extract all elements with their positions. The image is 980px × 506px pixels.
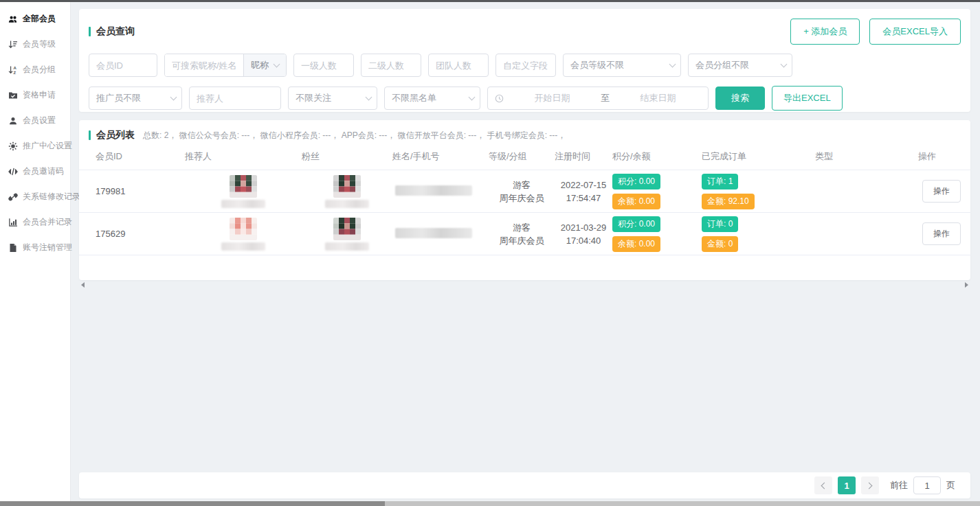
excel-import-button[interactable]: 会员EXCEL导入: [869, 19, 961, 45]
reg-time: 17:04:40: [555, 234, 612, 247]
orders-badge: 订单: 1: [702, 174, 738, 189]
sidebar-item-all-members[interactable]: 全部会员: [0, 6, 70, 32]
member-id-cell: 175629: [96, 229, 185, 239]
search-button[interactable]: 搜索: [715, 87, 765, 110]
page-unit-label: 页: [946, 479, 955, 492]
table-header-row: 会员ID 推荐人 粉丝 姓名/手机号 等级/分组 注册时间 积分/余额 已完成订…: [79, 143, 970, 170]
col-header-points-balance: 积分/余额: [612, 150, 702, 163]
col-header-fans: 粉丝: [302, 150, 392, 163]
level-value: 游客: [489, 221, 555, 234]
blacklist-filter-select[interactable]: 不限黑名单: [384, 87, 480, 110]
row-action-button[interactable]: 操作: [922, 180, 961, 203]
team-count-input[interactable]: [428, 54, 489, 77]
chevron-down-icon: [469, 93, 476, 100]
member-id-input[interactable]: [89, 54, 157, 77]
sidebar-item-relation-log[interactable]: 关系链修改记录: [0, 184, 70, 209]
col-header-actions: 操作: [918, 150, 970, 163]
keyword-type-select[interactable]: 昵称: [243, 54, 286, 76]
chevron-down-icon: [781, 60, 788, 67]
actions-cell: 操作: [918, 222, 970, 245]
sidebar-item-member-groups[interactable]: AZ 会员分组: [0, 57, 70, 82]
fan-name-redacted: [325, 242, 369, 251]
member-query-panel: 会员查询 + 添加会员 会员EXCEL导入 昵称: [79, 9, 970, 112]
svg-text:A: A: [13, 66, 16, 70]
page-number-button[interactable]: 1: [838, 476, 856, 494]
filter-row-2: 推广员不限 不限关注 不限黑名单 开始日期 至 结束日期: [89, 86, 961, 111]
sidebar-item-account-cancellation[interactable]: 账号注销管理: [0, 235, 70, 260]
actions-cell: 操作: [918, 180, 970, 203]
sidebar-item-qualification[interactable]: 资格申请: [0, 82, 70, 108]
level1-count-input[interactable]: [293, 54, 354, 77]
sidebar-item-merge-log[interactable]: 会员合并记录: [0, 209, 70, 235]
level-group-cell: 游客 周年庆会员: [489, 221, 555, 247]
sidebar-item-invite-code[interactable]: 会员邀请码: [0, 159, 70, 184]
keyword-search-group: 昵称: [164, 54, 287, 77]
sidebar: 全部会员 会员等级 AZ 会员分组 资格申请 会员设置: [0, 2, 71, 501]
sidebar-item-member-settings[interactable]: 会员设置: [0, 108, 70, 133]
sort-amount-icon: [8, 40, 18, 49]
gear-icon: [8, 141, 18, 151]
date-separator: 至: [601, 92, 610, 104]
level-value: 游客: [489, 179, 555, 192]
window-horizontal-scrollbar[interactable]: [0, 501, 980, 506]
promoter-select[interactable]: 推广员不限: [89, 87, 182, 110]
chevron-down-icon: [366, 93, 372, 100]
phone-redacted: [395, 228, 472, 238]
group-value: 周年庆会员: [489, 192, 555, 205]
sidebar-item-label: 会员设置: [23, 115, 56, 126]
referrer-input[interactable]: [189, 87, 281, 110]
orders-cell: 订单: 0 金额: 0: [702, 216, 815, 252]
users-icon: [8, 14, 18, 24]
query-panel-title: 会员查询: [89, 25, 135, 38]
scroll-left-icon[interactable]: [81, 282, 85, 288]
horizontal-scrollbar[interactable]: [79, 280, 970, 290]
referrer-name-redacted: [221, 242, 265, 251]
sidebar-item-label: 账号注销管理: [23, 242, 72, 253]
scrollbar-thumb[interactable]: [0, 501, 385, 506]
referrer-avatar: [230, 175, 257, 198]
level2-count-input[interactable]: [361, 54, 421, 77]
chevron-down-icon: [170, 93, 177, 100]
pagination-bar: 1 前往 页: [79, 472, 970, 498]
fan-name-redacted: [325, 200, 369, 208]
reg-date: 2022-07-15: [555, 179, 612, 192]
goto-page-input[interactable]: [913, 476, 941, 494]
next-page-button[interactable]: [861, 476, 879, 494]
member-group-select[interactable]: 会员分组不限: [688, 54, 792, 77]
sidebar-item-promotion-settings[interactable]: 推广中心设置: [0, 133, 70, 159]
amount-badge: 金额: 92.10: [702, 194, 755, 209]
reg-date: 2021-03-29: [555, 221, 612, 234]
col-header-name-phone: 姓名/手机号: [392, 150, 489, 163]
col-header-member-id: 会员ID: [96, 150, 185, 163]
chevron-down-icon: [274, 60, 280, 67]
scroll-right-icon[interactable]: [965, 282, 968, 288]
custom-field-input[interactable]: [495, 54, 556, 77]
sort-alpha-icon: AZ: [8, 65, 18, 75]
group-value: 周年庆会员: [489, 234, 555, 247]
col-header-level-group: 等级/分组: [489, 150, 555, 163]
referrer-cell: [185, 218, 302, 251]
sidebar-item-member-levels[interactable]: 会员等级: [0, 32, 70, 57]
sidebar-item-label: 会员分组: [23, 64, 56, 76]
follow-filter-select[interactable]: 不限关注: [288, 87, 377, 110]
start-date-placeholder[interactable]: 开始日期: [509, 92, 595, 104]
end-date-placeholder[interactable]: 结束日期: [615, 92, 701, 104]
add-member-button[interactable]: + 添加会员: [790, 19, 860, 45]
svg-text:Z: Z: [13, 71, 16, 75]
keyword-input[interactable]: [165, 54, 243, 76]
row-action-button[interactable]: 操作: [922, 222, 961, 245]
export-excel-button[interactable]: 导出EXCEL: [772, 86, 843, 111]
referrer-avatar: [230, 218, 257, 240]
title-accent-bar: [89, 27, 91, 36]
sidebar-item-label: 会员邀请码: [23, 165, 64, 177]
date-range-picker[interactable]: 开始日期 至 结束日期: [487, 87, 709, 110]
sidebar-item-label: 推广中心设置: [23, 140, 72, 152]
member-list-panel: 会员列表 总数: 2， 微信公众号会员: ---， 微信小程序会员: ---， …: [79, 120, 970, 280]
fan-avatar: [333, 218, 361, 240]
chevron-right-icon: [866, 482, 873, 489]
link-icon: [8, 192, 18, 202]
reg-time-cell: 2021-03-29 17:04:40: [555, 221, 612, 247]
prev-page-button[interactable]: [814, 476, 832, 494]
member-level-select[interactable]: 会员等级不限: [563, 54, 681, 77]
points-badge: 积分: 0.00: [612, 216, 660, 232]
